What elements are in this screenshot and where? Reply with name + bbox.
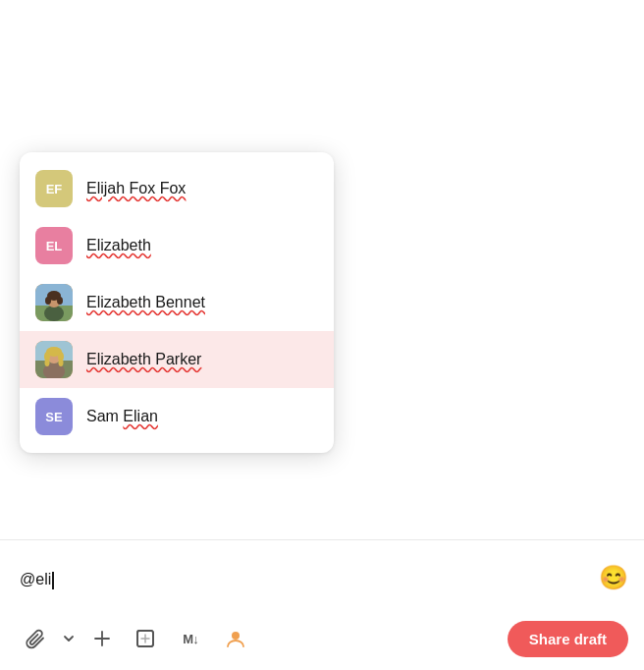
add-button[interactable] [82,619,122,658]
svg-point-6 [45,297,51,305]
emoji-button[interactable]: 😊 [599,564,628,591]
markdown-button[interactable]: M↓ [169,619,212,658]
share-draft-button[interactable]: Share draft [508,621,628,657]
svg-point-7 [57,297,63,305]
text-cursor [52,572,54,589]
contact-name: Elizabeth [86,237,151,254]
input-text: @eli [20,571,51,587]
svg-point-16 [45,359,50,366]
expand-button[interactable] [126,619,165,658]
divider [0,539,644,540]
svg-point-20 [232,632,240,640]
list-item[interactable]: Elizabeth Parker [20,331,334,388]
list-item[interactable]: EL Elizabeth [20,217,334,274]
svg-point-17 [59,359,64,366]
avatar [35,341,73,378]
attach-dropdown-button[interactable] [59,619,79,658]
svg-point-3 [44,306,64,321]
avatar [35,284,73,321]
avatar: SE [35,398,73,435]
mention-button[interactable] [216,619,255,658]
autocomplete-dropdown: EF Elijah Fox Fox EL Elizabeth [20,152,334,453]
contact-name: Elijah Fox Fox [86,180,186,197]
avatar: EF [35,170,73,207]
message-input-area[interactable]: @eli [0,557,644,603]
contact-name: Sam Elian [86,408,158,425]
toolbar: M↓ Share draft [0,607,644,670]
contact-name: Elizabeth Bennet [86,294,205,311]
contact-name: Elizabeth Parker [86,351,201,368]
list-item[interactable]: SE Sam Elian [20,388,334,445]
avatar: EL [35,227,73,264]
list-item[interactable]: EF Elijah Fox Fox [20,160,334,217]
list-item[interactable]: Elizabeth Bennet [20,274,334,331]
attach-button[interactable] [16,619,55,658]
